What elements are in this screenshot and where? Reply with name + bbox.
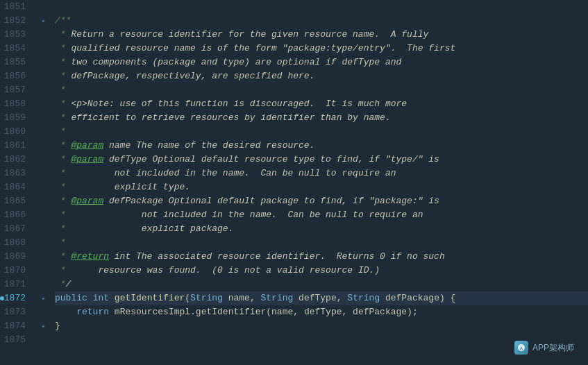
code-line: } [55,319,588,333]
token: * [55,208,66,222]
line-number: 1858 [0,97,31,111]
code-line: /** [55,14,588,28]
code-line: * not included in the name. Can be null … [55,208,588,222]
token: int [93,291,109,305]
token: defPackage, respectively, are specified … [71,69,314,83]
fold-marker [38,153,49,167]
fold-marker[interactable]: ▸ [38,319,49,333]
token: String [347,291,380,305]
fold-marker [38,222,49,236]
fold-marker [38,167,49,180]
line-number: 1873 [0,305,31,319]
token: int The associated resource identifier. … [109,250,445,264]
token [109,291,115,305]
token: defType Optional default resource type t… [103,153,439,167]
watermark-icon: A [514,341,528,355]
token: qualified resource name is of the form "… [71,42,455,56]
token: * [55,28,71,42]
code-line: */ [55,278,588,291]
fold-marker [38,111,49,125]
code-line: public int getIdentifier(String name, St… [55,291,588,305]
line-number: 1851 [0,0,31,14]
token: } [55,319,60,333]
fold-marker [38,236,49,250]
code-line: * resource was found. (0 is not a valid … [55,264,588,278]
fold-marker [38,180,49,194]
token: * [55,236,66,250]
token: defPackage) [380,291,450,305]
token: * [55,167,66,180]
code-line: * @param defPackage Optional default pac… [55,194,588,208]
code-line: * explicit type. [55,180,588,194]
code-line: * not included in the name. Can be null … [55,167,588,180]
line-number: 1869 [0,250,31,264]
token: /** [55,14,71,28]
code-line: * @param name The name of the desired re… [55,139,588,153]
line-number: 1855 [0,56,31,69]
token: resource was found. (0 is not a valid re… [66,264,380,278]
fold-gutter: ▸▸▸ [38,0,49,365]
line-number: 1859 [0,111,31,125]
token: * [55,250,71,264]
line-number: 1871 [0,278,31,291]
token: * [55,42,71,56]
code-line: * [55,125,588,139]
token: @param [71,153,103,167]
fold-marker [38,83,49,97]
code-line: * @return int The associated resource id… [55,250,588,264]
code-line: * explicit package. [55,222,588,236]
fold-marker [38,125,49,139]
fold-marker[interactable]: ▸ [38,291,49,305]
code-line: * Return a resource identifier for the g… [55,28,588,42]
code-line: * [55,83,588,97]
token: * [55,194,71,208]
line-number: 1852 [0,14,31,28]
line-number: 1874 [0,319,31,333]
token: * [55,125,66,139]
token: efficient to retrieve resources by ident… [71,111,390,125]
fold-marker [38,305,49,319]
fold-marker [38,56,49,69]
fold-marker [38,333,49,347]
token: not included in the name. Can be null to… [66,208,423,222]
token: * [55,264,66,278]
token: defPackage Optional default package to f… [103,194,439,208]
line-number: 1861 [0,139,31,153]
token: return [76,305,109,319]
code-line: * efficient to retrieve resources by ide… [55,111,588,125]
token: * [55,180,66,194]
code-line: * qualified resource name is of the form… [55,42,588,56]
token: mResourcesImpl.getIdentifier(name, defTy… [109,305,418,319]
fold-marker [38,139,49,153]
token: * [55,222,66,236]
line-number: 1853 [0,28,31,42]
fold-marker [38,28,49,42]
line-number: 1870 [0,264,31,278]
fold-marker [38,97,49,111]
fold-marker [38,69,49,83]
line-number: 1875 [0,333,31,347]
line-number: 1868 [0,236,31,250]
line-numbers: 1851185218531854185518561857185818591860… [0,0,38,365]
fold-marker[interactable]: ▸ [38,14,49,28]
line-number: 1860 [0,125,31,139]
fold-marker [38,194,49,208]
fold-marker [38,250,49,264]
token: not included in the name. Can be null to… [66,167,396,180]
token: name The name of the desired resource. [103,139,314,153]
token: String [261,291,294,305]
code-line: * @param defType Optional default resour… [55,153,588,167]
line-number: 1867 [0,222,31,236]
fold-marker [38,208,49,222]
line-number: 1863 [0,167,31,180]
token: explicit type. [66,180,190,194]
line-number: 1872 [0,291,31,305]
fold-marker [38,278,49,291]
token: Return a resource identifier for the giv… [71,28,428,42]
line-number: 1856 [0,69,31,83]
token: <p>Note: use of this function is discour… [71,97,407,111]
token: { [451,291,456,305]
token: getIdentifier [115,291,185,305]
token: / [66,278,72,291]
token: ( [185,291,190,305]
